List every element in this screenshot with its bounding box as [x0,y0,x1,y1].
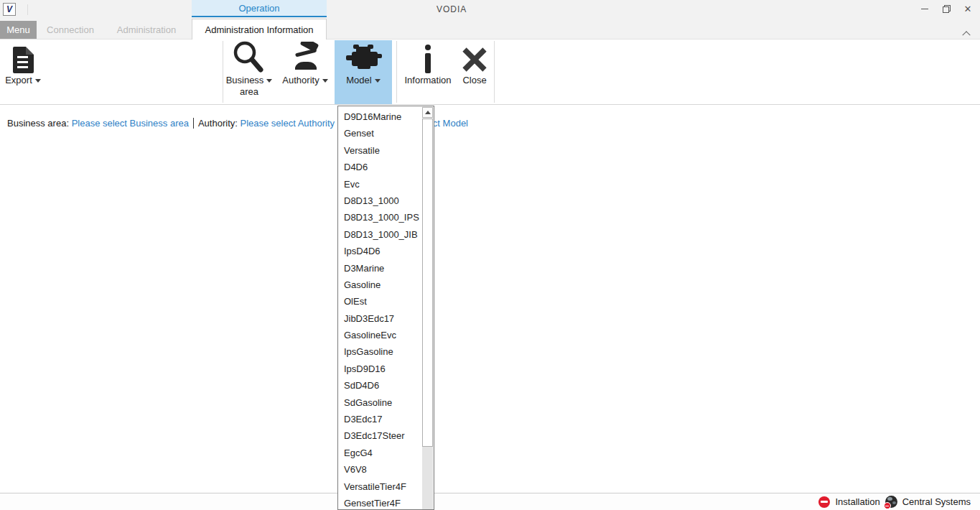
model-dropdown-item[interactable]: D3Edc17Steer [338,427,422,444]
close-window-button[interactable]: ✕ [957,0,979,17]
authority-field-label: Authority: [198,118,238,129]
model-dropdown-item[interactable]: SdD4D6 [338,377,422,394]
model-dropdown: D9D16MarineGensetVersatileD4D6EvcD8D13_1… [337,106,434,510]
model-dropdown-item[interactable]: JibD3Edc17 [338,310,422,327]
minimize-button[interactable] [914,0,935,17]
model-dropdown-item[interactable]: D3Edc17 [338,411,422,427]
tab-connection[interactable]: Connection [42,21,99,39]
model-dropdown-item[interactable]: Versatile [338,142,422,159]
minimize-icon [921,9,928,9]
model-dropdown-item[interactable]: IpsD4D6 [338,243,422,259]
model-dropdown-item[interactable]: Evc [338,176,422,193]
model-dropdown-item[interactable]: V6V8 [338,461,422,478]
information-button[interactable]: Information [401,40,455,104]
model-dropdown-item[interactable]: GensetTier4F [338,495,422,509]
business-area-select-link[interactable]: Please select Business area [72,118,189,129]
model-dropdown-item[interactable]: Gasoline [338,277,422,293]
model-dropdown-item[interactable]: Genset [338,125,422,142]
info-icon [424,40,432,73]
model-dropdown-item[interactable]: IpsD9D16 [338,361,422,377]
engine-icon [343,40,383,73]
restore-icon [943,5,951,13]
x-icon [461,40,488,73]
toolbar-divider [223,41,223,103]
no-entry-icon [818,496,830,508]
tab-administration[interactable]: Administration [108,21,185,39]
model-dropdown-item[interactable]: D9D16Marine [338,108,422,125]
model-dropdown-item[interactable]: GasolineEvc [338,327,422,343]
model-dropdown-item[interactable]: D8D13_1000 [338,193,422,209]
authority-label: Authority [282,75,319,85]
restore-button[interactable] [935,0,957,17]
dropdown-arrow-icon [35,79,41,83]
model-dropdown-item[interactable]: OlEst [338,293,422,310]
model-dropdown-item[interactable]: D4D6 [338,159,422,175]
model-button[interactable]: Model [335,40,392,104]
ribbon-tabstrip: Menu Connection Administration Administr… [0,19,980,40]
titlebar-divider [27,4,28,15]
model-dropdown-item[interactable]: EgcG4 [338,445,422,461]
model-dropdown-list: D9D16MarineGensetVersatileD4D6EvcD8D13_1… [338,106,422,509]
app-logo-icon[interactable]: V [3,3,16,16]
model-label: Model [346,75,371,85]
information-label: Information [404,75,451,85]
vodia-window: V VODIA ✕ Operation Menu Connection Admi… [0,0,980,510]
business-area-label-line1: Business [226,75,264,85]
business-area-field-label: Business area: [7,118,69,129]
close-button[interactable]: Close [457,40,493,104]
gavel-icon [285,40,325,73]
triangle-up-icon [425,111,431,114]
authority-button[interactable]: Authority [277,40,333,104]
export-button[interactable]: Export [3,40,43,104]
toolbar-divider [396,41,397,103]
business-area-button[interactable]: Business area [224,40,274,104]
scrollbar-thumb[interactable] [422,119,433,447]
close-window-icon: ✕ [964,4,972,14]
model-dropdown-item[interactable]: IpsGasoline [338,343,422,360]
scroll-up-button[interactable] [422,107,433,118]
dropdown-arrow-icon [322,79,328,83]
export-label: Export [5,75,32,85]
model-dropdown-item[interactable]: D3Marine [338,260,422,277]
contextual-tab-operation[interactable]: Operation [192,0,327,17]
selection-bar: Business area: Please select Business ar… [0,118,980,132]
window-controls: ✕ [914,0,979,17]
magnifier-icon [230,40,269,73]
model-dropdown-item[interactable]: VersatileTier4F [338,478,422,495]
globe-blocked-icon [885,496,897,508]
close-label: Close [462,75,486,85]
toolbar-divider [494,41,495,103]
dropdown-scrollbar[interactable] [422,106,434,509]
central-systems-status-label: Central Systems [902,496,971,507]
ribbon-toolbar: Export Business area [0,40,980,105]
scrollbar-track[interactable] [422,447,433,509]
tab-administration-information[interactable]: Administration Information [192,19,327,40]
status-bar: Installation Central Systems [0,493,980,510]
dropdown-arrow-icon [266,79,272,83]
dropdown-arrow-icon [375,79,381,83]
document-icon [13,40,34,73]
model-dropdown-item[interactable]: D8D13_1000_IPS [338,209,422,226]
model-dropdown-item[interactable]: SdGasoline [338,394,422,411]
field-separator [193,118,194,129]
window-title: VODIA [437,4,467,14]
installation-status-label: Installation [835,496,879,507]
model-dropdown-item[interactable]: D8D13_1000_JIB [338,226,422,243]
authority-select-link[interactable]: Please select Authority [240,118,335,129]
business-area-label-line2: area [240,86,258,97]
tab-menu[interactable]: Menu [0,21,37,39]
